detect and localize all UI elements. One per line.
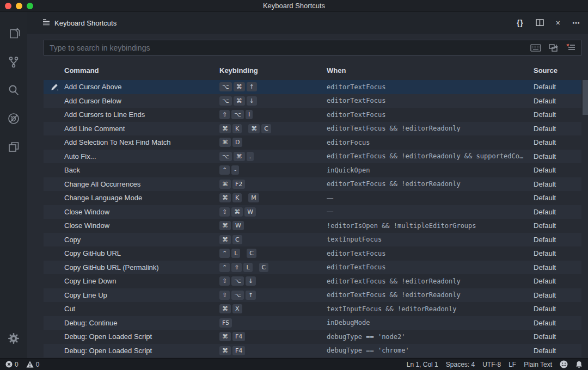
when-expression: editorTextFocus — [327, 97, 534, 104]
record-keys-keyboard-icon[interactable] — [530, 44, 541, 52]
keybinding-chips: ⌥⌘. — [219, 152, 327, 161]
key-chip: W — [232, 221, 244, 230]
header-keybinding[interactable]: Keybinding — [219, 66, 327, 75]
warning-count: 0 — [36, 361, 40, 368]
when-expression: editorTextFocus — [327, 83, 534, 91]
table-row[interactable]: Cut ⌘X textInputFocus && !editorReadonly… — [44, 302, 581, 316]
table-row[interactable]: Change Language Mode ⌘KM — Default — [44, 191, 581, 205]
key-chip: L — [231, 249, 240, 258]
key-chord: ⇧⌥↑ — [219, 291, 258, 300]
table-row[interactable]: Back ⌃- inQuickOpen Default — [44, 163, 581, 177]
table-row[interactable]: Copy Line Down ⇧⌥↓ editorTextFocus && !e… — [44, 274, 581, 288]
key-chord: ⌥⌘↓ — [219, 96, 259, 106]
close-icon[interactable]: × — [556, 19, 560, 27]
status-language-mode[interactable]: Plain Text — [524, 361, 552, 368]
problems-errors[interactable]: 0 — [5, 361, 19, 368]
key-chord: F5 — [219, 318, 234, 328]
when-expression: editorFocus — [327, 139, 534, 146]
key-chord: ⌘F2 — [219, 180, 247, 189]
more-actions-icon[interactable]: ⋯ — [572, 19, 580, 27]
table-row[interactable]: Copy Line Up ⇧⌥↑ editorTextFocus && !edi… — [44, 288, 581, 303]
source-label: Default — [534, 277, 581, 285]
shortcuts-list-icon — [42, 18, 50, 28]
tab-keyboard-shortcuts[interactable]: Keyboard Shortcuts — [42, 18, 117, 28]
clear-filter-icon[interactable] — [566, 44, 575, 52]
source-label: Default — [534, 97, 581, 105]
key-chip: ⌥ — [231, 276, 244, 286]
table-row[interactable]: Add Cursor Below ⌥⌘↓ editorTextFocus Def… — [44, 94, 581, 108]
keybinding-chips: ⌘KM — [219, 193, 327, 202]
notifications-bell-icon[interactable] — [575, 361, 583, 368]
source-label: Default — [534, 347, 581, 355]
status-line-col[interactable]: Ln 1, Col 1 — [407, 361, 438, 368]
gear-icon[interactable] — [0, 324, 27, 353]
status-indentation[interactable]: Spaces: 4 — [446, 361, 475, 368]
feedback-smiley-icon[interactable] — [560, 360, 568, 368]
search-icon[interactable] — [0, 76, 27, 104]
command-label: Add Line Comment — [64, 125, 219, 133]
table-row[interactable]: Close Window ⇧⌘W — Default — [44, 205, 581, 219]
table-row[interactable]: Add Cursor Above ⌥⌘↑ editorTextFocus Def… — [44, 80, 581, 94]
source-label: Default — [534, 263, 581, 272]
debug-icon[interactable] — [0, 104, 27, 133]
key-chip: ⌘ — [248, 124, 260, 133]
source-control-icon[interactable] — [0, 48, 27, 76]
key-chip: C — [261, 124, 271, 133]
key-chip: ⌥ — [231, 110, 244, 119]
editor-title-bar: Keyboard Shortcuts {} × ⋯ — [27, 12, 588, 34]
table-row[interactable]: Change All Occurrences ⌘F2 editorTextFoc… — [44, 177, 581, 192]
when-expression: debugType == 'chrome' — [327, 347, 534, 354]
keybinding-chips: ⌃LC — [219, 249, 327, 258]
header-when[interactable]: When — [327, 66, 534, 75]
table-row[interactable]: Debug: Open Loaded Script ⌘F4 debugType … — [44, 344, 581, 358]
sort-by-precedence-icon[interactable] — [549, 44, 559, 52]
table-row[interactable]: Close Window ⌘W !editorIsOpen && !multip… — [44, 219, 581, 233]
status-eol[interactable]: LF — [509, 361, 516, 368]
key-chord: ⌘W — [219, 221, 246, 230]
key-chord: ⇧⌥I — [219, 110, 254, 119]
key-chip: M — [248, 193, 259, 202]
when-expression: inDebugMode — [327, 319, 534, 326]
keybinding-chips: ⇧⌥I — [219, 110, 327, 119]
table-row[interactable]: Copy GitHub URL ⌃LC editorTextFocus Defa… — [44, 246, 581, 261]
keybinding-chips: ⌘F4 — [219, 346, 327, 355]
extensions-icon[interactable] — [0, 133, 27, 161]
key-chip: . — [247, 152, 254, 161]
table-row[interactable]: Auto Fix... ⌥⌘. editorTextFocus && !edit… — [44, 150, 581, 164]
keybinding-chips: ⇧⌥↓ — [219, 276, 327, 286]
table-row[interactable]: Add Selection To Next Find Match ⌘D edit… — [44, 135, 581, 150]
problems-warnings[interactable]: 0 — [26, 361, 40, 368]
table-row[interactable]: Copy GitHub URL (Permalink) ⌃⇧LC editorT… — [44, 261, 581, 275]
key-chip: ⌥ — [219, 82, 232, 91]
when-expression: editorTextFocus && !editorReadonly — [327, 278, 534, 285]
command-label: Add Cursor Below — [64, 97, 219, 105]
table-row[interactable]: Debug: Open Loaded Script ⌘F4 debugType … — [44, 330, 581, 344]
command-label: Debug: Open Loaded Script — [64, 347, 219, 355]
header-source[interactable]: Source — [534, 66, 581, 75]
key-chord: ⌘K — [219, 193, 243, 202]
edit-keybinding-pencil-icon[interactable] — [44, 83, 64, 91]
key-chord: ⌘F4 — [219, 332, 247, 341]
warning-icon — [26, 361, 34, 368]
search-input[interactable] — [44, 44, 530, 52]
vertical-scrollbar[interactable] — [583, 80, 588, 115]
when-expression: !editorIsOpen && !multipleEditorGroups — [327, 222, 534, 230]
status-encoding[interactable]: UTF-8 — [482, 361, 501, 368]
when-expression: editorTextFocus — [327, 111, 534, 119]
when-expression: inQuickOpen — [327, 166, 534, 174]
table-row[interactable]: Add Line Comment ⌘K⌘C editorTextFocus &&… — [44, 122, 581, 136]
key-chip: ↑ — [247, 82, 257, 91]
table-row[interactable]: Copy ⌘C textInputFocus Default — [44, 233, 581, 247]
open-json-icon[interactable]: {} — [517, 19, 524, 27]
key-chord: ⌥⌘↑ — [219, 82, 259, 91]
command-label: Add Cursors to Line Ends — [64, 110, 219, 119]
key-chord: C — [247, 249, 258, 258]
source-label: Default — [534, 180, 581, 188]
table-row[interactable]: Debug: Continue F5 inDebugMode Default — [44, 316, 581, 330]
table-row[interactable]: Add Cursors to Line Ends ⇧⌥I editorTextF… — [44, 108, 581, 122]
explorer-icon[interactable] — [0, 20, 27, 48]
editor-area: Keyboard Shortcuts {} × ⋯ — [27, 12, 588, 358]
key-chip: ⇧ — [231, 263, 242, 272]
header-command[interactable]: Command — [64, 66, 219, 75]
split-editor-icon[interactable] — [536, 19, 544, 27]
